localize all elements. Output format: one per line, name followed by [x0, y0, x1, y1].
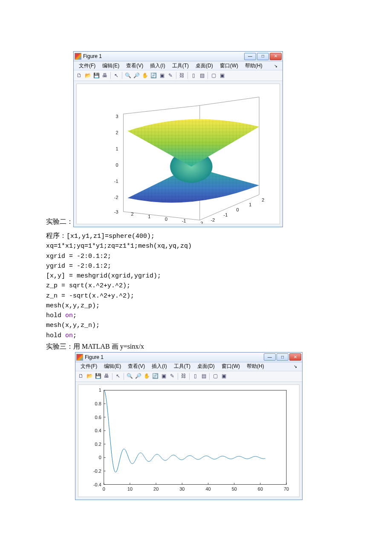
menu-file[interactable]: 文件(F) — [75, 62, 99, 69]
svg-text:-0.2: -0.2 — [93, 468, 101, 474]
toolbar: 🗋 📂 💾 🖶 ↖ 🔍 🔎 ✋ 🔄 ▣ ✎ ⛓ ▯ ▤ ▢ — [74, 70, 282, 81]
svg-text:2: 2 — [131, 211, 133, 217]
brush-icon[interactable]: ✎ — [168, 373, 176, 380]
zoom-out-icon[interactable]: 🔎 — [133, 72, 140, 79]
legend-icon[interactable]: ▤ — [198, 72, 206, 79]
plot-3d: 3 2 1 0 -1 -2 -3 2 1 0 -1 -2 -2 -1 0 1 — [76, 84, 280, 224]
svg-text:60: 60 — [258, 486, 263, 491]
svg-text:2: 2 — [262, 197, 264, 202]
svg-text:10: 10 — [127, 486, 133, 491]
link-icon[interactable]: ⛓ — [178, 72, 186, 79]
rotate-icon[interactable]: 🔄 — [150, 72, 157, 79]
dock-icon[interactable]: ↘ — [290, 364, 300, 369]
menu-desktop[interactable]: 桌面(D) — [194, 363, 218, 370]
svg-text:1: 1 — [249, 202, 251, 207]
legend-icon[interactable]: ▤ — [200, 373, 208, 380]
menu-window[interactable]: 窗口(W) — [216, 62, 242, 69]
close-button[interactable]: ✕ — [289, 353, 301, 361]
print-icon[interactable]: 🖶 — [103, 373, 110, 380]
svg-text:20: 20 — [153, 486, 159, 491]
menu-insert[interactable]: 插入(I) — [147, 62, 168, 69]
code-line-9c: ; — [73, 312, 77, 319]
exp3-label: 实验三：用 MATLAB 画 y=sinx/x — [46, 341, 346, 352]
rotate-icon[interactable]: 🔄 — [151, 373, 159, 380]
svg-text:-1: -1 — [224, 212, 228, 217]
minimize-button[interactable]: — — [264, 353, 276, 361]
save-icon[interactable]: 💾 — [94, 373, 102, 380]
open-icon[interactable]: 📂 — [86, 373, 93, 380]
code-line-7: z_n = -sqrt(x.^2+y.^2); — [46, 291, 346, 301]
figure-window-1: Figure 1 — □ ✕ 文件(F) 编辑(E) 查看(V) 插入(I) 工… — [73, 51, 283, 227]
axes-icon[interactable]: ▣ — [220, 373, 228, 380]
menu-tools[interactable]: 工具(T) — [170, 363, 194, 370]
pan-icon[interactable]: ✋ — [141, 72, 149, 79]
svg-text:-2: -2 — [199, 221, 203, 224]
brush-icon[interactable]: ✎ — [167, 72, 174, 79]
minimize-button[interactable]: — — [244, 53, 256, 60]
code-line-6: z_p = sqrt(x.^2+y.^2); — [46, 281, 346, 291]
svg-text:1: 1 — [115, 146, 118, 151]
zoom-in-icon[interactable]: 🔍 — [124, 72, 132, 79]
svg-text:-0.4: -0.4 — [93, 482, 101, 487]
close-button[interactable]: ✕ — [270, 53, 282, 60]
code-line-11a: hold — [46, 332, 65, 339]
code-line-1: [x1,y1,z1]=sphere(400); — [66, 233, 155, 240]
svg-text:70: 70 — [284, 486, 289, 491]
svg-text:-2: -2 — [114, 195, 118, 200]
print-icon[interactable]: 🖶 — [101, 72, 109, 79]
colorbar-icon[interactable]: ▯ — [191, 373, 199, 380]
svg-text:-3: -3 — [114, 209, 118, 214]
new-icon[interactable]: 🗋 — [75, 72, 83, 79]
menu-edit[interactable]: 编辑(E) — [101, 363, 124, 370]
svg-text:0: 0 — [165, 217, 167, 222]
menu-insert[interactable]: 插入(I) — [148, 363, 170, 370]
titlebar: Figure 1 — □ ✕ — [74, 52, 282, 61]
link-icon[interactable]: ⛓ — [180, 373, 187, 380]
plot-2d: -0.4-0.200.20.40.60.81010203040506070 — [78, 384, 300, 497]
svg-text:0.6: 0.6 — [95, 415, 101, 420]
svg-rect-18 — [104, 390, 286, 484]
datatip-icon[interactable]: ▣ — [158, 72, 166, 79]
new-icon[interactable]: 🗋 — [77, 373, 85, 380]
svg-text:-1: -1 — [182, 218, 186, 223]
menu-edit[interactable]: 编辑(E) — [99, 62, 123, 69]
svg-text:0: 0 — [236, 207, 239, 212]
code-line-5: [x,y] = meshgrid(xgrid,ygrid); — [46, 271, 346, 281]
axes-icon[interactable]: ▣ — [218, 72, 226, 79]
pointer-icon[interactable]: ↖ — [114, 373, 122, 380]
menu-view[interactable]: 查看(V) — [123, 62, 147, 69]
menu-view[interactable]: 查看(V) — [124, 363, 148, 370]
dock-icon[interactable]: ↘ — [271, 64, 281, 68]
maximize-button[interactable]: □ — [277, 353, 288, 361]
pointer-icon[interactable]: ↖ — [112, 72, 120, 79]
colorbar-icon[interactable]: ▯ — [190, 72, 197, 79]
menu-file[interactable]: 文件(F) — [77, 363, 101, 370]
window-title: Figure 1 — [85, 354, 104, 360]
annot-icon[interactable]: ▢ — [210, 72, 217, 79]
program-label: 程序： — [46, 232, 66, 239]
datatip-icon[interactable]: ▣ — [160, 373, 167, 380]
zoom-in-icon[interactable]: 🔍 — [126, 373, 133, 380]
svg-text:0.4: 0.4 — [95, 428, 101, 433]
menu-help[interactable]: 帮助(H) — [243, 363, 268, 370]
annot-icon[interactable]: ▢ — [211, 373, 219, 380]
menu-desktop[interactable]: 桌面(D) — [192, 62, 216, 69]
matlab-icon — [75, 53, 81, 60]
toolbar: 🗋 📂 💾 🖶 ↖ 🔍 🔎 ✋ 🔄 ▣ ✎ ⛓ ▯ ▤ ▢ — [75, 371, 302, 382]
svg-text:0: 0 — [99, 455, 101, 460]
menu-tools[interactable]: 工具(T) — [169, 62, 192, 69]
svg-text:-2: -2 — [211, 217, 215, 223]
menu-help[interactable]: 帮助(H) — [242, 62, 266, 69]
code-line-4: ygrid = -2:0.1:2; — [46, 261, 346, 271]
menubar: 文件(F) 编辑(E) 查看(V) 插入(I) 工具(T) 桌面(D) 窗口(W… — [75, 362, 302, 371]
save-icon[interactable]: 💾 — [92, 72, 100, 79]
open-icon[interactable]: 📂 — [84, 72, 92, 79]
svg-text:0: 0 — [103, 486, 105, 491]
menu-window[interactable]: 窗口(W) — [218, 363, 243, 370]
pan-icon[interactable]: ✋ — [143, 373, 150, 380]
maximize-button[interactable]: □ — [257, 53, 269, 60]
code-line-11b: on — [65, 332, 73, 339]
svg-text:50: 50 — [232, 486, 237, 491]
menubar: 文件(F) 编辑(E) 查看(V) 插入(I) 工具(T) 桌面(D) 窗口(W… — [74, 61, 282, 70]
zoom-out-icon[interactable]: 🔎 — [134, 373, 142, 380]
